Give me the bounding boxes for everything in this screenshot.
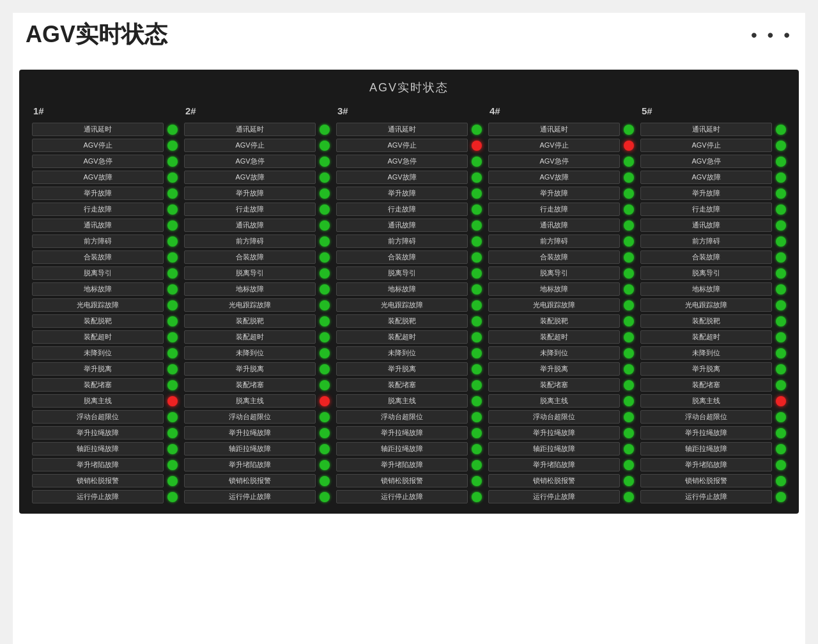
- status-label: 脱离主线: [184, 394, 316, 408]
- status-label: 举升堵陷故障: [640, 458, 772, 471]
- status-label: 光电跟踪故障: [336, 298, 468, 312]
- green-indicator: [776, 172, 786, 183]
- status-label: 地标故障: [488, 282, 620, 296]
- green-indicator: [776, 428, 786, 438]
- status-label: AGV急停: [640, 155, 772, 168]
- status-label: 举升拉绳故障: [488, 426, 620, 440]
- page-header: AGV实时状态 • • •: [13, 13, 805, 63]
- status-row: 装配堵塞: [184, 378, 330, 392]
- green-indicator: [320, 460, 330, 470]
- status-label: 举升拉绳故障: [184, 426, 316, 440]
- status-row: 举升故障: [32, 187, 178, 200]
- status-label: 地标故障: [640, 282, 772, 296]
- dots-menu[interactable]: • • •: [751, 25, 792, 45]
- status-label: AGV停止: [640, 139, 772, 152]
- status-row: 通讯故障: [32, 218, 178, 232]
- green-indicator: [776, 236, 786, 247]
- green-indicator: [472, 412, 482, 422]
- status-label: AGV急停: [336, 155, 468, 168]
- status-row: 通讯故障: [184, 218, 330, 232]
- status-label: 装配脱靶: [488, 314, 620, 328]
- status-row: 通讯故障: [488, 218, 634, 232]
- status-row: 运行停止故障: [336, 490, 482, 503]
- status-row: AGV故障: [488, 171, 634, 184]
- status-label: 装配堵塞: [32, 378, 164, 392]
- status-row: 通讯故障: [336, 218, 482, 232]
- status-row: 行走故障: [32, 203, 178, 216]
- status-label: 行走故障: [640, 203, 772, 216]
- status-row: 脱离导引: [32, 266, 178, 280]
- status-label: 装配超时: [488, 330, 620, 344]
- status-row: 脱离主线: [640, 394, 786, 408]
- green-indicator: [320, 476, 330, 486]
- status-label: 通讯延时: [336, 123, 468, 136]
- green-indicator: [624, 252, 634, 263]
- status-row: 前方障碍: [488, 234, 634, 248]
- status-row: 装配脱靶: [488, 314, 634, 328]
- status-label: 通讯故障: [184, 218, 316, 232]
- agv-column-5: 5#通讯延时AGV停止AGV急停AGV故障举升故障行走故障通讯故障前方障碍合装故…: [640, 105, 786, 503]
- status-row: 光电跟踪故障: [336, 298, 482, 312]
- col-header-2: 2#: [184, 105, 330, 116]
- status-row: 运行停止故障: [184, 490, 330, 503]
- status-row: 通讯延时: [184, 123, 330, 136]
- status-label: 脱离导引: [336, 266, 468, 280]
- green-indicator: [776, 284, 786, 295]
- status-row: 装配超时: [488, 330, 634, 344]
- status-label: 轴距拉绳故障: [32, 442, 164, 456]
- status-label: 举升故障: [32, 187, 164, 200]
- green-indicator: [167, 157, 178, 167]
- green-indicator: [624, 300, 634, 310]
- red-indicator: [472, 141, 482, 151]
- status-row: 合装故障: [488, 250, 634, 264]
- status-row: 光电跟踪故障: [640, 298, 786, 312]
- status-row: 浮动台超限位: [336, 410, 482, 424]
- status-label: 轴距拉绳故障: [336, 442, 468, 456]
- green-indicator: [624, 412, 634, 422]
- status-label: 行走故障: [184, 203, 316, 216]
- status-label: 通讯延时: [488, 123, 620, 136]
- status-label: 举升故障: [336, 187, 468, 200]
- status-label: 脱离主线: [336, 394, 468, 408]
- status-label: 浮动台超限位: [488, 410, 620, 424]
- status-label: 未降到位: [184, 346, 316, 360]
- status-row: 脱离导引: [640, 266, 786, 280]
- green-indicator: [624, 476, 634, 486]
- status-row: 装配堵塞: [640, 378, 786, 392]
- status-row: AGV停止: [336, 139, 482, 152]
- red-indicator: [320, 396, 330, 406]
- green-indicator: [167, 316, 178, 326]
- status-row: AGV急停: [488, 155, 634, 168]
- status-label: 脱离导引: [640, 266, 772, 280]
- status-label: 合装故障: [488, 250, 620, 264]
- green-indicator: [167, 412, 178, 422]
- green-indicator: [472, 364, 482, 374]
- status-row: 举升拉绳故障: [32, 426, 178, 440]
- green-indicator: [776, 316, 786, 326]
- status-row: 举升脱离: [488, 362, 634, 376]
- status-row: 运行停止故障: [488, 490, 634, 503]
- status-label: 脱离导引: [184, 266, 316, 280]
- green-indicator: [624, 268, 634, 279]
- green-indicator: [776, 268, 786, 279]
- green-indicator: [320, 428, 330, 438]
- status-label: 地标故障: [336, 282, 468, 296]
- status-row: 行走故障: [488, 203, 634, 216]
- agv-column-3: 3#通讯延时AGV停止AGV急停AGV故障举升故障行走故障通讯故障前方障碍合装故…: [336, 105, 482, 503]
- green-indicator: [320, 412, 330, 422]
- status-label: 举升故障: [488, 187, 620, 200]
- green-indicator: [624, 460, 634, 470]
- page-title: AGV实时状态: [26, 19, 167, 50]
- green-indicator: [624, 380, 634, 390]
- green-indicator: [472, 460, 482, 470]
- green-indicator: [624, 444, 634, 454]
- green-indicator: [776, 300, 786, 310]
- status-label: 行走故障: [488, 203, 620, 216]
- status-label: 通讯延时: [184, 123, 316, 136]
- status-label: 轴距拉绳故障: [488, 442, 620, 456]
- status-label: 未降到位: [640, 346, 772, 360]
- green-indicator: [320, 157, 330, 167]
- status-label: AGV停止: [336, 139, 468, 152]
- agv-panel: AGV实时状态 1#通讯延时AGV停止AGV急停AGV故障举升故障行走故障通讯故…: [19, 70, 799, 514]
- status-label: 举升脱离: [640, 362, 772, 376]
